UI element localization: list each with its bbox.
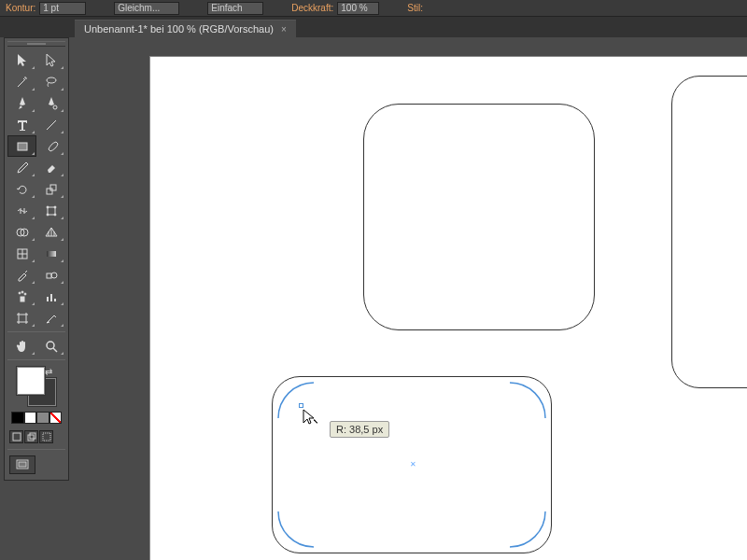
column-graph-tool[interactable] <box>36 286 65 307</box>
color-mode-none[interactable] <box>49 412 63 424</box>
svg-rect-3 <box>18 143 27 150</box>
radius-tooltip: R: 38,5 px <box>330 421 389 438</box>
corner-widget-tr[interactable] <box>500 381 547 427</box>
artboard[interactable]: ✕ R: 38,5 px <box>149 56 747 560</box>
svg-line-28 <box>53 348 57 352</box>
pencil-tool[interactable] <box>7 157 36 178</box>
symbol-sprayer-tool[interactable] <box>7 286 36 307</box>
width-tool[interactable] <box>7 200 36 221</box>
shape-builder-tool[interactable] <box>7 221 36 243</box>
draw-inside[interactable] <box>39 430 53 443</box>
document-tab[interactable]: Unbenannt-1* bei 100 % (RGB/Vorschau) × <box>75 20 296 37</box>
svg-rect-5 <box>50 185 56 190</box>
document-tabs: Unbenannt-1* bei 100 % (RGB/Vorschau) × <box>0 17 747 37</box>
profile-field[interactable]: Einfach <box>207 2 263 15</box>
svg-rect-25 <box>54 299 56 301</box>
svg-rect-30 <box>28 435 34 441</box>
svg-point-8 <box>54 206 56 208</box>
zoom-tool[interactable] <box>36 335 65 357</box>
svg-rect-26 <box>19 315 26 322</box>
draw-mode-buttons <box>7 427 65 446</box>
svg-point-0 <box>47 77 56 83</box>
line-tool[interactable] <box>36 114 65 135</box>
hand-tool[interactable] <box>7 335 36 357</box>
selection-tool[interactable] <box>7 49 36 71</box>
live-corner-handle[interactable] <box>299 403 303 408</box>
svg-rect-16 <box>47 251 56 257</box>
svg-point-27 <box>47 342 54 349</box>
scale-tool[interactable] <box>36 178 65 200</box>
lasso-tool[interactable] <box>36 71 65 92</box>
tools-panel: ⇄ <box>4 37 69 481</box>
opacity-label: Deckkraft: <box>291 3 333 13</box>
svg-rect-17 <box>47 273 51 278</box>
mesh-tool[interactable] <box>7 243 36 264</box>
contour-label: Kontur: <box>6 3 35 13</box>
svg-rect-24 <box>50 294 52 301</box>
center-point-icon: ✕ <box>410 460 416 466</box>
svg-rect-32 <box>43 433 50 441</box>
eyedropper-tool[interactable] <box>7 264 36 286</box>
draw-normal[interactable] <box>9 430 23 443</box>
swap-colors-icon[interactable]: ⇄ <box>45 367 56 378</box>
perspective-grid-tool[interactable] <box>36 221 65 243</box>
svg-point-9 <box>47 214 49 216</box>
color-swatches: ⇄ <box>7 363 65 427</box>
svg-point-22 <box>24 293 26 295</box>
svg-rect-4 <box>47 189 52 194</box>
curvature-tool[interactable] <box>36 92 65 114</box>
panel-grip[interactable] <box>7 41 65 47</box>
corner-widget-br[interactable] <box>500 502 547 549</box>
style-label: Stil: <box>407 3 423 13</box>
artboard-tool[interactable] <box>7 307 36 329</box>
color-mode-white[interactable] <box>24 412 37 424</box>
pen-tool[interactable] <box>7 92 36 114</box>
svg-point-10 <box>54 214 56 216</box>
svg-rect-31 <box>30 433 35 439</box>
svg-point-18 <box>51 273 57 278</box>
color-mode-solid[interactable] <box>11 412 24 424</box>
color-mode-gradient[interactable] <box>36 412 49 424</box>
workspace: ✕ R: 38,5 px <box>75 37 747 560</box>
svg-rect-23 <box>47 297 49 301</box>
free-transform-tool[interactable] <box>36 200 65 221</box>
magic-wand-tool[interactable] <box>7 71 36 92</box>
gradient-tool[interactable] <box>36 243 65 264</box>
rotate-tool[interactable] <box>7 178 36 200</box>
stroke-weight-field[interactable]: 1 pt <box>39 2 86 15</box>
screen-mode-button[interactable] <box>9 455 35 474</box>
svg-rect-34 <box>19 462 26 467</box>
svg-point-21 <box>21 291 23 293</box>
control-bar: Kontur:1 pt Gleichm... Einfach Deckkraft… <box>0 0 747 17</box>
rounded-rect-shape-1[interactable] <box>363 104 595 330</box>
fill-swatch[interactable] <box>17 367 45 395</box>
tab-title: Unbenannt-1* bei 100 % (RGB/Vorschau) <box>84 23 274 35</box>
svg-line-2 <box>47 120 56 130</box>
svg-rect-29 <box>13 433 21 441</box>
svg-point-7 <box>47 206 49 208</box>
paintbrush-tool[interactable] <box>36 135 65 157</box>
close-tab-icon[interactable]: × <box>281 24 287 35</box>
blend-tool[interactable] <box>36 264 65 286</box>
svg-point-1 <box>53 105 57 109</box>
slice-tool[interactable] <box>36 307 65 329</box>
type-tool[interactable] <box>7 114 36 135</box>
rectangle-tool[interactable] <box>7 135 36 157</box>
draw-behind[interactable] <box>24 430 38 443</box>
corner-widget-bl[interactable] <box>276 502 323 549</box>
rounded-rect-shape-3[interactable] <box>671 76 747 388</box>
svg-point-20 <box>19 292 21 294</box>
svg-rect-19 <box>21 297 24 301</box>
opacity-field[interactable]: 100 % <box>337 2 379 15</box>
direct-select-tool[interactable] <box>36 49 65 71</box>
uniform-field[interactable]: Gleichm... <box>114 2 179 15</box>
svg-rect-6 <box>48 207 55 215</box>
eraser-tool[interactable] <box>36 157 65 178</box>
